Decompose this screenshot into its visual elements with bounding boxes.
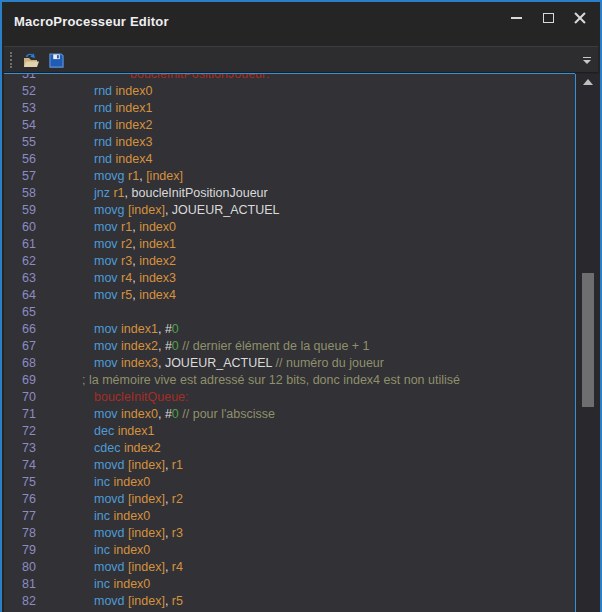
save-button[interactable]: [45, 49, 67, 71]
code-text: movd [index], r3: [36, 525, 575, 542]
code-line[interactable]: 59movg [index], JOUEUR_ACTUEL: [4, 202, 575, 219]
code-line[interactable]: 65: [4, 304, 575, 321]
code-text: movd [index], r4: [36, 559, 575, 576]
code-line[interactable]: 54rnd index2: [4, 117, 575, 134]
token-op: index2: [124, 441, 161, 455]
code-line[interactable]: 66mov index1, #0: [4, 321, 575, 338]
toolbar: [4, 46, 598, 73]
code-line[interactable]: 63mov r4, index3: [4, 270, 575, 287]
code-text: [36, 304, 575, 321]
code-text: inc index0: [36, 576, 575, 593]
token-op: r1: [128, 169, 139, 183]
macroprocesseur-window: MacroProcesseur Editor: [0, 0, 602, 612]
token-kw: movd: [94, 594, 128, 608]
token-kw: movd: [94, 526, 128, 540]
token-op: index4: [116, 152, 153, 166]
code-text: movg [index], JOUEUR_ACTUEL: [36, 202, 575, 219]
token-kw: rnd: [94, 118, 116, 132]
code-line[interactable]: 55rnd index3: [4, 134, 575, 151]
code-line[interactable]: 82movd [index], r5: [4, 593, 575, 610]
code-line[interactable]: 71mov index0, #0 // pour l'abscisse: [4, 406, 575, 423]
code-line[interactable]: 67mov index2, #0 // dernier élément de l…: [4, 338, 575, 355]
code-line[interactable]: 79inc index0: [4, 542, 575, 559]
code-line[interactable]: 68mov index3, JOUEUR_ACTUEL // numéro du…: [4, 355, 575, 372]
open-button[interactable]: [19, 49, 41, 71]
code-line[interactable]: 78movd [index], r3: [4, 525, 575, 542]
toolbar-overflow-button[interactable]: [581, 51, 593, 69]
token-op: r4: [172, 560, 183, 574]
code-text: ; la mémoire vive est adressé sur 12 bit…: [36, 372, 575, 389]
code-line[interactable]: 75inc index0: [4, 474, 575, 491]
line-number: 71: [4, 406, 36, 423]
code-line[interactable]: 70boucleInitQueue:: [4, 389, 575, 406]
code-line[interactable]: 80movd [index], r4: [4, 559, 575, 576]
line-number: 64: [4, 287, 36, 304]
code-text: mov index3, JOUEUR_ACTUEL // numéro du j…: [36, 355, 575, 372]
token-kw: rnd: [94, 135, 116, 149]
code-text: movg r1, [index]: [36, 168, 575, 185]
code-text: mov r3, index2: [36, 253, 575, 270]
code-text: inc index0: [36, 542, 575, 559]
token-op: index1: [116, 101, 153, 115]
scroll-up-arrow-icon: [583, 79, 593, 85]
code-line[interactable]: 58jnz r1, boucleInitPositionJoueur: [4, 185, 575, 202]
code-line[interactable]: 56rnd index4: [4, 151, 575, 168]
close-button[interactable]: [564, 7, 596, 29]
maximize-button[interactable]: [532, 7, 564, 29]
token-kw: movg: [94, 169, 128, 183]
code-line[interactable]: 81inc index0: [4, 576, 575, 593]
token-plain: , #: [158, 322, 172, 336]
code-text: rnd index4: [36, 151, 575, 168]
line-number: 66: [4, 321, 36, 338]
token-op: index1: [139, 237, 176, 251]
code-line[interactable]: 77inc index0: [4, 508, 575, 525]
code-line[interactable]: 72dec index1: [4, 423, 575, 440]
line-number: 55: [4, 134, 36, 151]
vertical-scrollbar[interactable]: [576, 74, 600, 612]
token-op: index0: [116, 84, 153, 98]
line-number: 54: [4, 117, 36, 134]
minimize-button[interactable]: [500, 7, 532, 29]
token-plain: , JOUEUR_ACTUEL: [158, 356, 276, 370]
token-op: r3: [172, 526, 183, 540]
token-op: [index]: [128, 458, 165, 472]
scroll-up-button[interactable]: [576, 74, 600, 90]
code-line[interactable]: 62mov r3, index2: [4, 253, 575, 270]
line-number: 82: [4, 593, 36, 610]
scrollbar-thumb[interactable]: [582, 273, 594, 407]
code-line[interactable]: 76movd [index], r2: [4, 491, 575, 508]
token-op: [index]: [128, 526, 165, 540]
line-number: 52: [4, 83, 36, 100]
code-line[interactable]: 74movd [index], r1: [4, 457, 575, 474]
toolbar-grip[interactable]: [10, 52, 13, 68]
line-number: 80: [4, 559, 36, 576]
token-op: index0: [113, 475, 150, 489]
code-line[interactable]: 57movg r1, [index]: [4, 168, 575, 185]
token-kw: rnd: [94, 101, 116, 115]
token-op: index2: [139, 254, 176, 268]
code-line[interactable]: 64mov r5, index4: [4, 287, 575, 304]
maximize-icon: [543, 13, 554, 23]
toolbar-overflow-icon: [583, 57, 591, 58]
token-comment: // pour l'abscisse: [182, 407, 275, 421]
line-number: 68: [4, 355, 36, 372]
token-kw: mov: [94, 407, 121, 421]
token-label: boucleInitQueue:: [94, 390, 189, 404]
code-line[interactable]: 60mov r1, index0: [4, 219, 575, 236]
token-kw: mov: [94, 254, 121, 268]
code-rows: 51boucleInitPositionJoueur:52rnd index05…: [4, 74, 575, 612]
code-line[interactable]: 61mov r2, index1: [4, 236, 575, 253]
code-text: jnz r1, boucleInitPositionJoueur: [36, 185, 575, 202]
code-line[interactable]: 69; la mémoire vive est adressé sur 12 b…: [4, 372, 575, 389]
token-comment: // dernier élément de la queue + 1: [182, 339, 369, 353]
code-line[interactable]: 52rnd index0: [4, 83, 575, 100]
token-kw: movd: [94, 492, 128, 506]
line-number: 60: [4, 219, 36, 236]
code-line[interactable]: 51boucleInitPositionJoueur:: [4, 74, 575, 83]
line-number: 77: [4, 508, 36, 525]
code-editor[interactable]: 51boucleInitPositionJoueur:52rnd index05…: [4, 74, 575, 612]
code-line[interactable]: 53rnd index1: [4, 100, 575, 117]
code-line[interactable]: 73cdec index2: [4, 440, 575, 457]
token-op: index0: [113, 543, 150, 557]
title-bar[interactable]: MacroProcesseur Editor: [4, 2, 598, 44]
